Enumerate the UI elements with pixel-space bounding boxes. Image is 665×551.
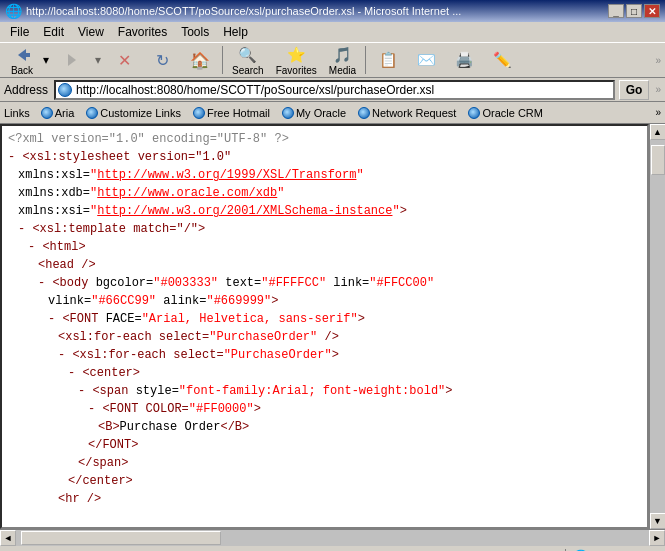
xml-line-stylesheet: - <xsl:stylesheet version="1.0": [8, 148, 641, 166]
maximize-button[interactable]: □: [626, 4, 642, 18]
menu-file[interactable]: File: [4, 23, 35, 41]
favorites-label: Favorites: [276, 65, 317, 76]
go-button[interactable]: Go: [619, 80, 650, 100]
print-button[interactable]: 🖨️: [446, 47, 482, 73]
xml-line-b: <B>Purchase Order</B>: [98, 418, 641, 436]
svg-marker-2: [68, 54, 76, 66]
menu-edit[interactable]: Edit: [37, 23, 70, 41]
link-networkrequest-icon: [358, 107, 370, 119]
favorites-button[interactable]: ⭐ Favorites: [271, 42, 322, 79]
address-value: http://localhost:8080/home/SCOTT/poSourc…: [76, 83, 434, 97]
collapse-stylesheet[interactable]: -: [8, 150, 15, 164]
content-wrapper: <?xml version="1.0" encoding="UTF-8" ?> …: [0, 124, 665, 529]
xml-line-xmlns-xdb: xmlns:xdb="http://www.oracle.com/xdb": [18, 184, 641, 202]
scroll-thumb[interactable]: [651, 145, 665, 175]
links-bar: Links Aria Customize Links Free Hotmail …: [0, 102, 665, 124]
window-controls[interactable]: _ □ ✕: [608, 4, 660, 18]
svg-marker-0: [18, 49, 26, 61]
stop-button[interactable]: ✕: [106, 47, 142, 73]
link-myoracle[interactable]: My Oracle: [277, 105, 351, 121]
xml-line-pi: <?xml version="1.0" encoding="UTF-8" ?>: [8, 130, 641, 148]
back-dropdown[interactable]: ▾: [40, 46, 52, 74]
xml-line-xmlns-xsl: xmlns:xsl="http://www.w3.org/1999/XSL/Tr…: [18, 166, 641, 184]
search-icon: 🔍: [238, 45, 258, 65]
stop-icon: ✕: [114, 50, 134, 70]
collapse-html[interactable]: -: [28, 240, 35, 254]
link-hotmail-label: Free Hotmail: [207, 107, 270, 119]
search-button[interactable]: 🔍 Search: [227, 42, 269, 79]
minimize-button[interactable]: _: [608, 4, 624, 18]
horizontal-scrollbar[interactable]: ◄ ►: [0, 529, 665, 545]
menu-favorites[interactable]: Favorites: [112, 23, 173, 41]
media-label: Media: [329, 65, 356, 76]
separator-2: [365, 46, 366, 74]
collapse-center[interactable]: -: [68, 366, 75, 380]
link-customize-icon: [86, 107, 98, 119]
forward-button[interactable]: [54, 47, 90, 73]
scroll-up-button[interactable]: ▲: [650, 124, 666, 140]
menu-view[interactable]: View: [72, 23, 110, 41]
xml-line-body: - <body bgcolor="#003333" text="#FFFFCC"…: [38, 274, 641, 292]
h-scroll-thumb[interactable]: [21, 531, 221, 545]
address-field[interactable]: http://localhost:8080/home/SCOTT/poSourc…: [54, 80, 615, 100]
link-hotmail-icon: [193, 107, 205, 119]
collapse-font[interactable]: -: [48, 312, 55, 326]
link-networkrequest-label: Network Request: [372, 107, 456, 119]
edit-button[interactable]: ✏️: [484, 47, 520, 73]
scroll-track[interactable]: [650, 140, 666, 513]
menu-help[interactable]: Help: [217, 23, 254, 41]
menu-tools[interactable]: Tools: [175, 23, 215, 41]
home-icon: 🏠: [190, 50, 210, 70]
mail-button[interactable]: ✉️: [408, 47, 444, 73]
back-label: Back: [11, 65, 33, 76]
link-aria-label: Aria: [55, 107, 75, 119]
xml-line-body-cont: vlink="#66CC99" alink="#669999">: [48, 292, 641, 310]
xml-line-html: - <html>: [28, 238, 641, 256]
xml-line-fontclose: </FONT>: [88, 436, 641, 454]
links-chevron[interactable]: »: [655, 107, 661, 118]
collapse-template[interactable]: -: [18, 222, 25, 236]
window-title: http://localhost:8080/home/SCOTT/poSourc…: [26, 5, 461, 17]
link-aria[interactable]: Aria: [36, 105, 80, 121]
history-button[interactable]: 📋: [370, 47, 406, 73]
status-bar: 🌐 Local intranet: [0, 545, 665, 551]
history-icon: 📋: [378, 50, 398, 70]
scroll-left-button[interactable]: ◄: [0, 530, 16, 546]
link-hotmail[interactable]: Free Hotmail: [188, 105, 275, 121]
back-group[interactable]: Back ▾: [4, 42, 52, 79]
menu-bar: File Edit View Favorites Tools Help: [0, 22, 665, 42]
forward-dropdown[interactable]: ▾: [92, 46, 104, 74]
edit-icon: ✏️: [492, 50, 512, 70]
xml-line-foreach1: <xsl:for-each select="PurchaseOrder" />: [58, 328, 641, 346]
link-oraclecrm-icon: [468, 107, 480, 119]
scroll-right-button[interactable]: ►: [649, 530, 665, 546]
xml-line-foreach2: - <xsl:for-each select="PurchaseOrder">: [58, 346, 641, 364]
xml-line-font: - <FONT FACE="Arial, Helvetica, sans-ser…: [48, 310, 641, 328]
browser-icon: 🌐: [5, 3, 22, 19]
link-customize[interactable]: Customize Links: [81, 105, 186, 121]
collapse-foreach[interactable]: -: [58, 348, 65, 362]
collapse-span[interactable]: -: [78, 384, 85, 398]
link-oraclecrm[interactable]: Oracle CRM: [463, 105, 548, 121]
media-icon: 🎵: [332, 45, 352, 65]
back-button[interactable]: Back: [4, 42, 40, 79]
close-button[interactable]: ✕: [644, 4, 660, 18]
link-myoracle-icon: [282, 107, 294, 119]
xml-line-hr: <hr />: [58, 490, 641, 508]
scroll-down-button[interactable]: ▼: [650, 513, 666, 529]
back-icon: [12, 45, 32, 65]
xml-content[interactable]: <?xml version="1.0" encoding="UTF-8" ?> …: [0, 124, 649, 529]
favorites-icon: ⭐: [286, 45, 306, 65]
separator-1: [222, 46, 223, 74]
collapse-body[interactable]: -: [38, 276, 45, 290]
h-scroll-track[interactable]: [16, 530, 649, 546]
media-button[interactable]: 🎵 Media: [324, 42, 361, 79]
home-button[interactable]: 🏠: [182, 47, 218, 73]
collapse-fontcolor[interactable]: -: [88, 402, 95, 416]
link-customize-label: Customize Links: [100, 107, 181, 119]
vertical-scrollbar[interactable]: ▲ ▼: [649, 124, 665, 529]
link-myoracle-label: My Oracle: [296, 107, 346, 119]
print-icon: 🖨️: [454, 50, 474, 70]
refresh-button[interactable]: ↻: [144, 47, 180, 73]
link-networkrequest[interactable]: Network Request: [353, 105, 461, 121]
